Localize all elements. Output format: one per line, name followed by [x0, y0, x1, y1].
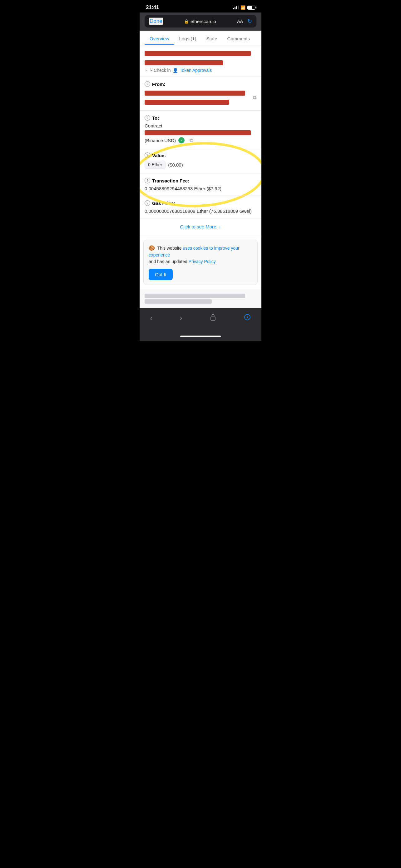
wifi-icon: 📶: [240, 5, 245, 10]
compass-icon: [244, 314, 251, 320]
gas-label: ? Gas Price:: [144, 200, 257, 206]
cookie-banner: 🍪 This website uses cookies to improve y…: [143, 240, 258, 285]
from-redacted-bar-1: [144, 91, 245, 96]
lock-icon: 🔒: [184, 19, 189, 24]
bottom-nav-bar: ‹ ›: [140, 308, 261, 333]
redacted-address-bar-2: [144, 60, 223, 65]
browser-chrome: Done 🔒 etherscan.io AA ↻: [140, 12, 261, 31]
ether-value-badge: 0 Ether: [144, 161, 166, 169]
see-more-text[interactable]: Click to see More: [180, 224, 216, 229]
battery-icon: [247, 6, 255, 10]
check-in-icon: └: [144, 68, 147, 73]
from-address-row: ⧉: [144, 89, 257, 106]
main-content: └ └ Check in 👤 Token Approvals ? From: ⧉…: [140, 46, 261, 308]
cookie-text: 🍪 This website uses cookies to improve y…: [149, 244, 252, 265]
value-section: ? Value: 0 Ether ($0.00): [140, 148, 261, 174]
from-section: ? From: ⧉: [140, 77, 261, 111]
status-icons: 📶: [233, 5, 255, 10]
browser-actions: AA ↻: [237, 18, 252, 25]
compass-button[interactable]: [241, 312, 254, 324]
contract-name-row: (Binance USD) ✓ ⧉: [144, 137, 257, 144]
value-label: ? Value:: [144, 153, 257, 158]
share-button[interactable]: [206, 312, 220, 324]
gas-help-icon[interactable]: ?: [144, 200, 150, 206]
refresh-icon[interactable]: ↻: [247, 18, 252, 25]
value-row: 0 Ether ($0.00): [144, 161, 257, 169]
cookie-icon: 🍪: [149, 245, 155, 251]
contract-name: (Binance USD): [144, 138, 176, 143]
tab-overview[interactable]: Overview: [144, 32, 174, 45]
to-copy-icon[interactable]: ⧉: [190, 137, 193, 143]
tab-logs[interactable]: Logs (1): [174, 32, 201, 45]
redacted-address-bar-1: [144, 51, 251, 56]
share-icon: [209, 314, 216, 320]
to-section: ? To: Contract (Binance USD) ✓ ⧉: [140, 111, 261, 148]
from-copy-icon[interactable]: ⧉: [253, 95, 257, 101]
gas-price-section: ? Gas Price: 0.000000007638518809 Ether …: [140, 196, 261, 218]
partial-line-1: [144, 294, 245, 298]
to-label: ? To:: [144, 115, 257, 121]
privacy-policy-link[interactable]: Privacy Policy: [189, 259, 215, 264]
gas-value: 0.000000007638518809 Ether (76.38518809 …: [144, 208, 257, 214]
token-approvals-link[interactable]: Token Approvals: [180, 68, 212, 73]
partial-line-2: [144, 299, 212, 304]
home-bar: [180, 336, 221, 337]
check-in-prefix: └ Check in: [149, 68, 170, 73]
contract-type-label: Contract: [144, 123, 257, 128]
from-label: ? From:: [144, 81, 257, 87]
verified-badge-icon: ✓: [178, 137, 185, 144]
value-help-icon[interactable]: ?: [144, 153, 150, 158]
from-redacted-bar-2: [144, 100, 229, 105]
to-help-icon[interactable]: ?: [144, 115, 150, 121]
browser-bar: Done 🔒 etherscan.io AA ↻: [144, 15, 257, 28]
forward-button[interactable]: ›: [177, 313, 185, 323]
status-bar: 21:41 📶: [140, 0, 261, 12]
from-help-icon[interactable]: ?: [144, 81, 150, 87]
status-time: 21:41: [146, 4, 159, 11]
fee-help-icon[interactable]: ?: [144, 178, 150, 183]
top-address-section: └ └ Check in 👤 Token Approvals: [140, 46, 261, 77]
browser-url: 🔒 etherscan.io: [184, 19, 216, 24]
tab-bar: Overview Logs (1) State Comments ⋮: [140, 31, 261, 46]
got-it-button[interactable]: Got It: [149, 269, 173, 280]
arrow-down-icon: ↓: [219, 224, 221, 229]
check-in-row: └ └ Check in 👤 Token Approvals: [144, 68, 257, 73]
svg-point-3: [247, 316, 248, 318]
fee-label: ? Transaction Fee:: [144, 178, 257, 183]
see-more-link[interactable]: Click to see More ↓: [144, 224, 257, 229]
home-indicator: [140, 333, 261, 341]
cookie-mid-text: and has an updated: [149, 259, 189, 264]
see-more-section[interactable]: Click to see More ↓: [140, 218, 261, 235]
aa-button[interactable]: AA: [237, 19, 243, 24]
person-icon: 👤: [173, 68, 178, 73]
tab-state[interactable]: State: [201, 32, 222, 45]
cookie-main-text: This website: [157, 246, 183, 251]
tab-comments[interactable]: Comments: [222, 32, 255, 45]
fee-value: 0.00458899294488293 Ether ($7.92): [144, 186, 257, 191]
usd-value: ($0.00): [168, 162, 183, 167]
back-button[interactable]: ‹: [147, 313, 156, 323]
url-text: etherscan.io: [191, 19, 216, 24]
transaction-fee-section: ? Transaction Fee: 0.00458899294488293 E…: [140, 174, 261, 196]
signal-bars-icon: [233, 6, 239, 9]
tab-more-button[interactable]: ⋮: [255, 31, 261, 45]
partial-text-section: [140, 289, 261, 308]
done-button[interactable]: Done: [149, 18, 163, 25]
to-redacted-bar: [144, 130, 251, 135]
